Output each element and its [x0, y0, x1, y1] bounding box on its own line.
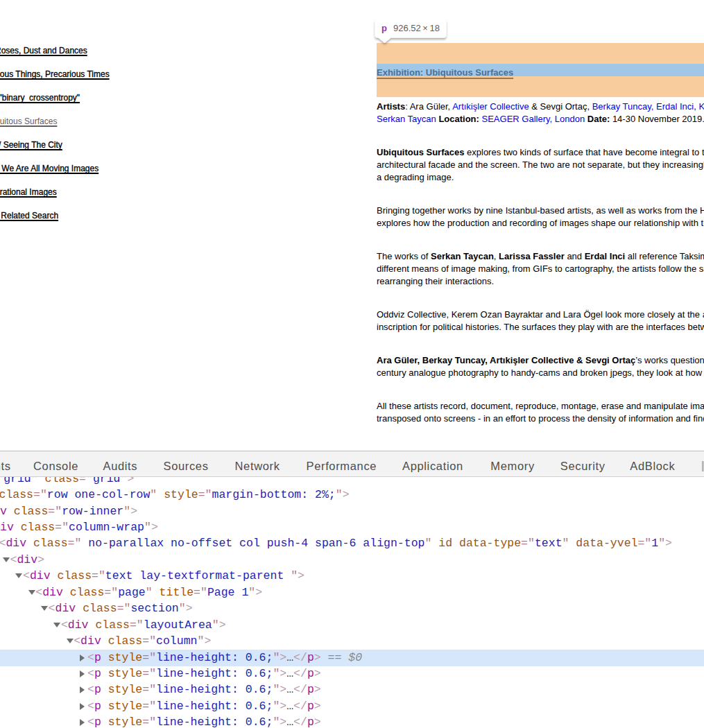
svg-text:p: p	[381, 23, 387, 33]
svg-text:926.52 × 18: 926.52 × 18	[393, 23, 440, 33]
